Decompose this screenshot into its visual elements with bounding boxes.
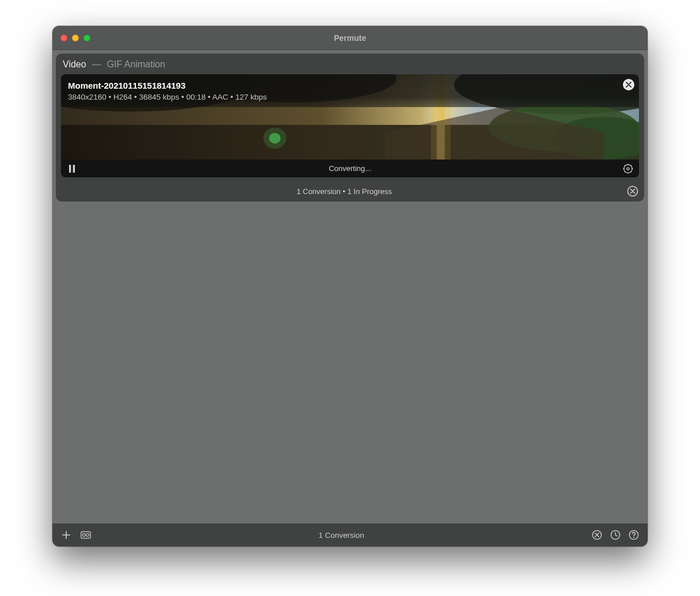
conversion-group: Video — GIF Animation (56, 54, 644, 202)
pause-icon (67, 164, 77, 174)
add-file-button[interactable] (60, 529, 72, 541)
traffic-lights (52, 35, 90, 41)
help-icon (629, 530, 639, 540)
group-footer: 1 Conversion • 1 In Progress (56, 181, 644, 202)
svg-point-27 (82, 534, 85, 537)
item-preview: Moment-20210115151814193 3840x2160 • H26… (61, 74, 639, 160)
pause-button[interactable] (67, 164, 77, 174)
svg-point-24 (627, 168, 629, 170)
svg-point-28 (86, 534, 89, 537)
minimize-window-button[interactable] (72, 35, 79, 41)
group-category: Video (63, 59, 86, 70)
presets-icon (81, 530, 91, 540)
cancel-icon (592, 530, 602, 540)
remove-item-button[interactable] (623, 79, 634, 90)
svg-point-32 (633, 537, 634, 538)
close-icon (626, 82, 631, 88)
item-title: Moment-20210115151814193 (68, 80, 616, 92)
window-title: Permute (52, 33, 648, 43)
bottom-summary: 1 Conversion (98, 531, 584, 540)
bottom-toolbar-left (60, 529, 92, 541)
history-button[interactable] (610, 529, 621, 541)
item-status: Converting... (61, 164, 639, 173)
item-info-overlay: Moment-20210115151814193 3840x2160 • H26… (61, 74, 639, 107)
svg-rect-13 (69, 165, 71, 173)
titlebar: Permute (52, 26, 648, 50)
group-separator: — (92, 59, 101, 70)
content-area: Video — GIF Animation (52, 50, 648, 523)
svg-rect-14 (73, 165, 75, 173)
gear-icon (623, 164, 633, 174)
item-settings-button[interactable] (623, 164, 633, 174)
clock-icon (610, 530, 621, 540)
close-window-button[interactable] (60, 35, 67, 41)
item-meta: 3840x2160 • H264 • 36845 kbps • 00:18 • … (68, 93, 616, 101)
cancel-group-button[interactable] (627, 185, 638, 197)
presets-button[interactable] (80, 529, 92, 541)
item-footer: Converting... (61, 160, 639, 177)
bottom-toolbar: 1 Conversion (52, 523, 648, 546)
bottom-toolbar-right (591, 529, 640, 541)
help-button[interactable] (628, 529, 640, 541)
fullscreen-window-button[interactable] (83, 35, 90, 41)
cancel-all-button[interactable] (591, 529, 603, 541)
plus-icon (61, 530, 71, 540)
conversion-item: Moment-20210115151814193 3840x2160 • H26… (61, 74, 639, 177)
group-preset: GIF Animation (107, 59, 165, 70)
group-summary: 1 Conversion • 1 In Progress (62, 187, 627, 196)
cancel-icon (627, 185, 638, 197)
app-window: Permute Video — GIF Animation (52, 26, 648, 546)
group-header[interactable]: Video — GIF Animation (56, 54, 644, 74)
